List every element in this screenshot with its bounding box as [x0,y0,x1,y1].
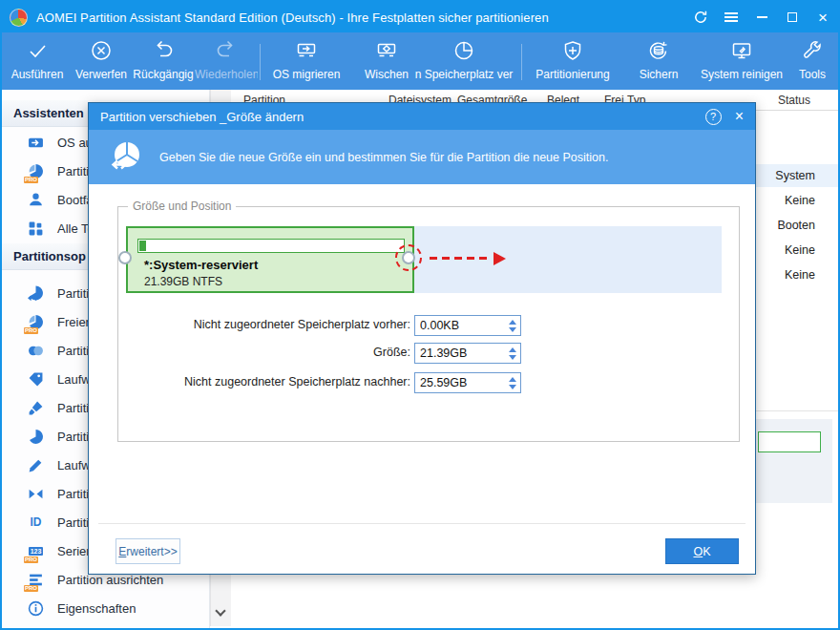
spin-down-icon[interactable] [509,327,516,332]
title-bar: AOMEI Partition Assistant Standard Editi… [2,2,838,32]
dialog-instruction: Geben Sie die neue Größe ein und bestimm… [159,151,608,164]
pro-badge: PRO [24,327,38,334]
ok-button[interactable]: OK [665,538,739,564]
apply-button[interactable]: Ausführen [4,38,71,86]
redo-icon [214,50,239,66]
size-position-groupbox: Größe und Position *:System-reserviert 2… [117,206,740,442]
tools-button[interactable]: Tools [788,38,836,86]
column-header-status: Status [778,94,810,107]
unallocated-before-input[interactable] [415,316,505,335]
label-size: Größe: [373,346,410,359]
advanced-button[interactable]: Erweitert>> [116,538,180,564]
help-icon[interactable]: ? [705,109,722,125]
menu-icon[interactable] [716,2,746,32]
spinner-arrows[interactable] [505,344,520,363]
size-input[interactable] [415,344,505,363]
wipe-drive-icon [374,50,399,66]
status-cell[interactable]: Keine [754,263,838,286]
pro-badge: PRO [24,585,38,592]
dialog-close-icon[interactable]: × [735,109,744,124]
split-pie-icon [28,429,44,445]
resize-move-dialog: Partition verschieben _Größe ändern ? × … [88,102,756,575]
minimize-button[interactable] [746,2,777,32]
disk-map-partition-block[interactable] [758,431,821,452]
migrate-os-button[interactable]: OS migrieren [265,38,347,86]
partition-pie-icon: PRO [28,163,44,179]
discard-circle-x-icon [89,50,114,66]
field-row-unallocated-after: Nicht zugeordneter Speicherplatz nachher… [118,372,739,393]
discard-button[interactable]: Verwerfen [71,38,132,86]
unallocated-after-spinbox [414,372,521,393]
spin-up-icon[interactable] [509,347,516,352]
spin-up-icon[interactable] [509,320,516,325]
dialog-banner: Geben Sie die neue Größe ein und bestimm… [89,130,755,184]
window-title: AOMEI Partition Assistant Standard Editi… [36,10,549,25]
drag-hint-arrow [430,251,508,266]
undo-icon [151,50,176,66]
info-icon [28,600,44,617]
status-cell-system[interactable]: System [754,164,838,187]
app-window: AOMEI Partition Assistant Standard Editi… [0,0,840,630]
dialog-title: Partition verschieben _Größe ändern [89,110,304,124]
backup-button[interactable]: Sichern [624,38,693,86]
spin-down-icon[interactable] [509,355,516,360]
pencil-icon [28,457,44,473]
app-logo-icon [10,9,28,27]
disk-strip: *:System-reserviert 21.39GB NTFS [126,226,722,293]
refresh-icon[interactable] [685,2,716,32]
spinner-arrows[interactable] [505,373,520,392]
divider [746,410,840,411]
scroll-down-icon[interactable] [215,605,225,616]
partition-name: *:System-reserviert [144,258,258,272]
size-spinbox [414,343,521,364]
align-partition-icon: PRO [28,572,44,588]
spin-up-icon[interactable] [509,377,516,382]
unallocated-after-input[interactable] [415,373,505,392]
partitioning-shield-icon [560,50,585,66]
status-cell[interactable]: Booten [754,214,838,237]
clean-system-monitor-icon [729,50,754,66]
drag-hint-ring [395,244,422,271]
migrate-os-icon [28,135,44,151]
dialog-separator [98,523,746,524]
left-resize-handle[interactable] [118,251,132,264]
pro-badge: PRO [24,556,38,563]
close-button[interactable]: × [808,2,838,32]
partition-block[interactable]: *:System-reserviert 21.39GB NTFS [126,226,414,293]
merge-partitions-icon [28,343,44,359]
groupbox-label: Größe und Position [128,200,236,213]
toolbar-separator [260,44,261,80]
redo-button[interactable]: Wiederholen [195,38,258,86]
partition-size-fs: 21.39GB NTFS [144,275,222,288]
apply-check-icon [25,50,50,66]
migrate-os-drive-icon [294,50,319,66]
unallocated-before-spinbox [414,315,521,336]
dialog-title-bar: Partition verschieben _Größe ändern ? × [89,103,755,130]
resize-pie-icon [110,138,144,177]
usage-bar [137,239,405,253]
status-cell[interactable]: Keine [754,239,838,262]
undo-button[interactable]: Rückgängig [132,38,195,86]
sidebar-item-properties[interactable]: Eigenschaften [2,594,209,622]
partitioning-button[interactable]: Partitionierung [527,38,619,86]
field-row-size: Größe: [118,343,739,364]
status-cell[interactable]: Keine [754,189,838,212]
pro-badge: PRO [24,177,38,183]
usage-fill [139,241,146,251]
serial-number-icon: 123PRO [28,543,44,559]
clean-system-button[interactable]: System reinigen [695,38,788,86]
id-icon: ID [28,514,44,531]
backup-database-icon [646,50,671,66]
wipe-brush-icon [28,400,44,416]
spinner-arrows[interactable] [505,316,520,335]
spin-down-icon[interactable] [509,385,516,389]
allocate-space-pie-icon [452,50,476,66]
bootable-media-user-icon [28,192,44,208]
main-toolbar: Ausführen Verwerfen Rückgängig Wiederhol… [2,32,838,90]
maximize-button[interactable] [777,2,808,32]
bowtie-icon [28,486,44,502]
label-unallocated-after: Nicht zugeordneter Speicherplatz nachher… [184,375,410,388]
allocate-space-button[interactable]: n Speicherplatz ver [410,38,517,86]
allocate-free-space-pie-icon: PRO [28,314,44,330]
all-tools-grid-icon [28,220,44,237]
